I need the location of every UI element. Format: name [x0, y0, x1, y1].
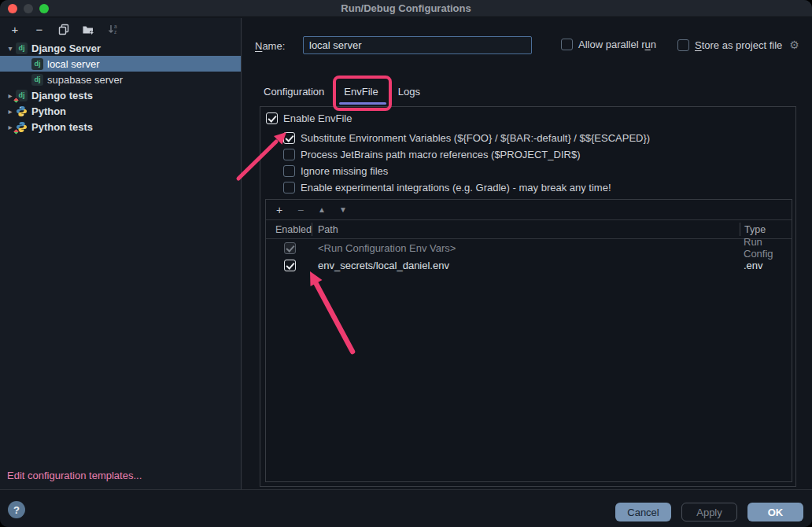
close-window-button[interactable] — [8, 4, 17, 13]
configurations-sidebar: + − az ▾ dj Django Server dj local serve… — [0, 18, 242, 489]
add-configuration-icon[interactable]: + — [9, 23, 21, 35]
tab-bar: Configuration EnvFile Logs — [264, 84, 420, 100]
move-down-icon[interactable]: ▼ — [337, 204, 349, 216]
store-as-project-file-option: Store as project file ⚙ — [677, 39, 799, 51]
dialog-footer: ? Cancel Apply OK — [0, 489, 812, 527]
tree-item-django-server[interactable]: ▾ dj Django Server — [0, 40, 241, 56]
store-as-project-file-checkbox[interactable] — [677, 39, 689, 51]
chevron-right-icon[interactable]: ▸ — [5, 107, 16, 116]
python-tests-icon — [16, 121, 28, 133]
edit-configuration-templates-link[interactable]: Edit configuration templates... — [7, 470, 142, 481]
minimize-window-button[interactable] — [24, 4, 33, 13]
configuration-editor: Name: Allow parallel run Store as projec… — [242, 18, 812, 489]
django-icon: dj — [31, 58, 43, 70]
titlebar: Run/Debug Configurations — [0, 0, 812, 17]
tree-item-django-tests[interactable]: ▸ dj Django tests — [0, 87, 241, 103]
sidebar-toolbar: + − az — [0, 18, 241, 40]
chevron-down-icon[interactable]: ▾ — [5, 44, 16, 53]
experimental-integrations-checkbox[interactable] — [283, 182, 295, 193]
name-label: Name: — [255, 40, 285, 52]
process-path-macro-checkbox[interactable] — [283, 149, 295, 160]
column-separator[interactable] — [312, 223, 312, 236]
table-row-run-config-env-vars[interactable]: <Run Configuration Env Vars> Run Config — [266, 239, 792, 256]
help-button[interactable]: ? — [8, 501, 25, 518]
tree-item-local-server[interactable]: dj local server — [0, 56, 241, 72]
copy-configuration-icon[interactable] — [57, 23, 70, 35]
substitute-env-vars-option: Substitute Environment Variables (${FOO}… — [283, 131, 650, 144]
tab-configuration[interactable]: Configuration — [264, 84, 324, 100]
process-path-macro-option: Process JetBrains path macro references … — [283, 148, 580, 160]
traffic-lights — [8, 4, 49, 13]
column-header-enabled[interactable]: Enabled — [275, 224, 312, 235]
active-tab-underline — [339, 102, 386, 105]
enable-envfile-option: Enable EnvFile — [266, 112, 352, 124]
dialog-title: Run/Debug Configurations — [341, 2, 471, 14]
name-input[interactable] — [303, 36, 532, 54]
tree-item-supabase-server[interactable]: dj supabase server — [0, 72, 241, 87]
zoom-window-button[interactable] — [39, 4, 49, 13]
experimental-integrations-option: Enable experimental integrations (e.g. G… — [283, 181, 611, 193]
ignore-missing-files-option: Ignore missing files — [283, 164, 388, 177]
gear-icon[interactable]: ⚙ — [789, 39, 799, 51]
apply-button[interactable]: Apply — [681, 503, 737, 521]
django-icon: dj — [16, 42, 28, 54]
column-separator[interactable] — [740, 223, 740, 236]
tab-logs[interactable]: Logs — [398, 84, 420, 100]
python-icon — [16, 105, 28, 117]
substitute-env-vars-checkbox[interactable] — [283, 132, 295, 144]
column-header-path[interactable]: Path — [318, 224, 338, 235]
column-header-type[interactable]: Type — [744, 224, 766, 235]
enable-envfile-checkbox[interactable] — [266, 112, 278, 124]
env-files-table-header: Enabled Path Type — [266, 220, 792, 239]
sort-configurations-icon[interactable]: az — [106, 23, 119, 35]
table-row-env-secrets-file[interactable]: env_secrets/local_daniel.env .env — [266, 256, 792, 274]
tree-item-python[interactable]: ▸ Python — [0, 103, 241, 119]
env-files-table-toolbar: + − ▲ ▼ — [266, 200, 792, 220]
ok-button[interactable]: OK — [747, 503, 803, 521]
move-up-icon[interactable]: ▲ — [316, 204, 328, 216]
svg-text:a: a — [114, 24, 117, 29]
remove-configuration-icon[interactable]: − — [33, 23, 46, 35]
django-icon: dj — [31, 74, 43, 86]
ignore-missing-files-checkbox[interactable] — [283, 165, 295, 177]
allow-parallel-run-label: Allow parallel run — [578, 39, 656, 50]
allow-parallel-run-checkbox[interactable] — [561, 39, 573, 50]
remove-env-file-icon[interactable]: − — [294, 204, 307, 216]
envfile-tab-panel: Enable EnvFile Substitute Environment Va… — [260, 106, 796, 487]
configurations-tree: ▾ dj Django Server dj local server dj su… — [0, 40, 241, 135]
svg-text:z: z — [114, 29, 116, 35]
run-debug-configurations-dialog: Run/Debug Configurations + − az ▾ dj Dja… — [0, 0, 812, 527]
store-as-project-file-label: Store as project file — [695, 39, 782, 51]
env-files-table: + − ▲ ▼ Enabled Path Type <Run Configura… — [265, 199, 792, 482]
django-tests-icon: dj — [16, 90, 28, 101]
tree-item-python-tests[interactable]: ▸ Python tests — [0, 119, 241, 135]
cancel-button[interactable]: Cancel — [615, 503, 671, 521]
add-env-file-icon[interactable]: + — [273, 204, 286, 216]
allow-parallel-run-option: Allow parallel run — [561, 39, 656, 50]
row-enabled-checkbox — [284, 242, 296, 254]
row-enabled-checkbox[interactable] — [284, 260, 296, 271]
tab-envfile[interactable]: EnvFile — [344, 84, 378, 100]
new-folder-icon[interactable] — [82, 23, 94, 35]
